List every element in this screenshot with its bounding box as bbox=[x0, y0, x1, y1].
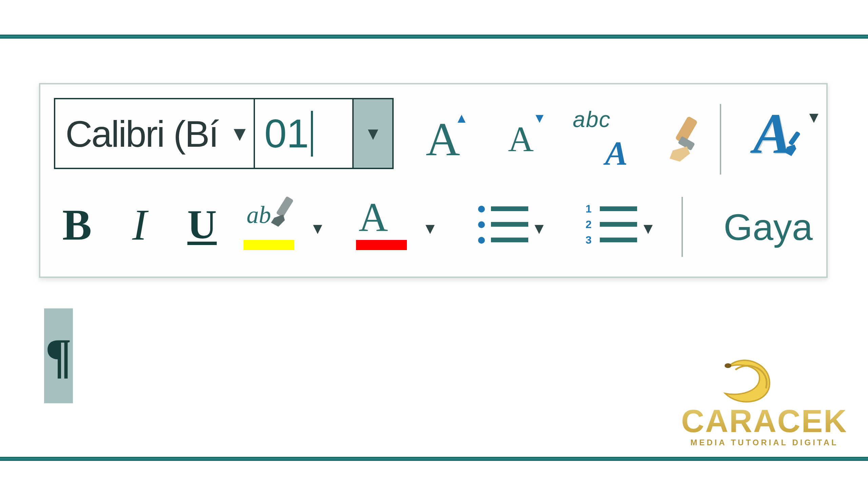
highlight-color-swatch bbox=[243, 240, 294, 250]
triangle-up-icon: ▲ bbox=[455, 110, 469, 126]
clear-formatting-button[interactable] bbox=[655, 104, 709, 175]
chevron-down-icon[interactable]: ▼ bbox=[531, 220, 547, 238]
svg-point-9 bbox=[478, 237, 485, 244]
font-color-swatch bbox=[356, 240, 407, 250]
styles-button[interactable]: Gaya bbox=[724, 191, 813, 263]
highlighter-pen-icon bbox=[260, 194, 301, 235]
banana-icon bbox=[718, 356, 776, 407]
svg-rect-16 bbox=[600, 238, 637, 242]
svg-point-7 bbox=[478, 221, 485, 228]
svg-text:2: 2 bbox=[586, 218, 592, 230]
bold-button[interactable]: B bbox=[54, 191, 100, 259]
svg-rect-14 bbox=[600, 222, 637, 227]
change-case-button[interactable]: abc A bbox=[570, 104, 634, 175]
styles-label-text: Gaya bbox=[724, 205, 813, 248]
triangle-down-icon: ▼ bbox=[533, 110, 547, 126]
numbered-list-button[interactable]: 1 2 3 ▼ bbox=[572, 191, 655, 259]
bulleted-list-icon bbox=[475, 201, 533, 248]
chevron-down-icon[interactable]: ▼ bbox=[310, 220, 326, 238]
svg-rect-3 bbox=[276, 196, 294, 218]
font-size-value: 01 bbox=[264, 110, 309, 157]
toolbar-row-2: B I U ab ▼ A ▼ ▼ bbox=[54, 181, 813, 263]
bulleted-list-button[interactable]: ▼ bbox=[463, 191, 546, 259]
svg-point-5 bbox=[478, 206, 485, 212]
svg-marker-4 bbox=[271, 215, 285, 227]
paragraph-mark-selection[interactable]: ¶ bbox=[44, 308, 73, 403]
highlight-color-button[interactable]: ab ▼ bbox=[241, 191, 324, 259]
svg-rect-8 bbox=[491, 222, 528, 227]
chevron-down-icon[interactable]: ▼ bbox=[230, 122, 249, 145]
font-family-combo[interactable]: Calibri (Bí ▼ bbox=[54, 98, 255, 169]
bold-icon: B bbox=[62, 199, 92, 250]
underline-icon: U bbox=[188, 201, 217, 248]
chevron-down-icon[interactable]: ▼ bbox=[806, 108, 822, 126]
font-family-value: Calibri (Bí bbox=[65, 112, 227, 155]
text-caret-icon bbox=[311, 111, 313, 157]
numbered-list-icon: 1 2 3 bbox=[584, 201, 642, 248]
italic-button[interactable]: I bbox=[116, 191, 162, 259]
eraser-brush-icon bbox=[656, 114, 707, 165]
paintbrush-icon bbox=[776, 130, 807, 160]
watermark-logo: CARACEK MEDIA TUTORIAL DIGITAL bbox=[681, 407, 848, 447]
window-border-bottom bbox=[0, 457, 868, 461]
chevron-down-icon[interactable]: ▼ bbox=[422, 220, 438, 238]
svg-rect-6 bbox=[491, 206, 528, 211]
svg-rect-12 bbox=[600, 206, 637, 211]
pilcrow-icon: ¶ bbox=[45, 328, 72, 384]
chevron-down-icon: ▼ bbox=[364, 123, 381, 144]
font-tools-group: A ▲ A ▼ abc A bbox=[414, 98, 709, 181]
letter-a-icon: A bbox=[359, 194, 388, 241]
shrink-font-button[interactable]: A ▼ bbox=[492, 104, 550, 175]
separator bbox=[720, 104, 721, 175]
window-border-top bbox=[0, 35, 868, 39]
svg-text:3: 3 bbox=[586, 234, 592, 246]
svg-rect-2 bbox=[788, 131, 801, 146]
italic-icon: I bbox=[132, 199, 147, 250]
svg-rect-10 bbox=[491, 238, 528, 242]
text-effects-button[interactable]: A ▼ bbox=[732, 98, 813, 169]
separator bbox=[682, 197, 683, 257]
watermark-brand: CARACEK bbox=[681, 407, 848, 436]
font-size-combo[interactable]: 01 ▼ bbox=[255, 98, 394, 169]
font-size-dropdown-button[interactable]: ▼ bbox=[352, 99, 392, 168]
grow-font-button[interactable]: A ▲ bbox=[414, 104, 472, 175]
underline-button[interactable]: U bbox=[179, 191, 225, 259]
svg-point-17 bbox=[725, 363, 731, 368]
mini-toolbar: Calibri (Bí ▼ 01 ▼ A ▲ A ▼ abc A bbox=[39, 83, 828, 278]
svg-text:1: 1 bbox=[586, 203, 592, 215]
letter-a-icon: A bbox=[508, 119, 534, 160]
abc-label: abc bbox=[573, 106, 611, 132]
chevron-down-icon[interactable]: ▼ bbox=[640, 220, 656, 238]
watermark-tagline: MEDIA TUTORIAL DIGITAL bbox=[681, 438, 848, 447]
letter-a-icon: A bbox=[605, 134, 628, 173]
toolbar-row-1: Calibri (Bí ▼ 01 ▼ A ▲ A ▼ abc A bbox=[54, 98, 813, 181]
font-color-button[interactable]: A ▼ bbox=[354, 191, 437, 259]
font-size-input[interactable]: 01 bbox=[255, 99, 353, 168]
